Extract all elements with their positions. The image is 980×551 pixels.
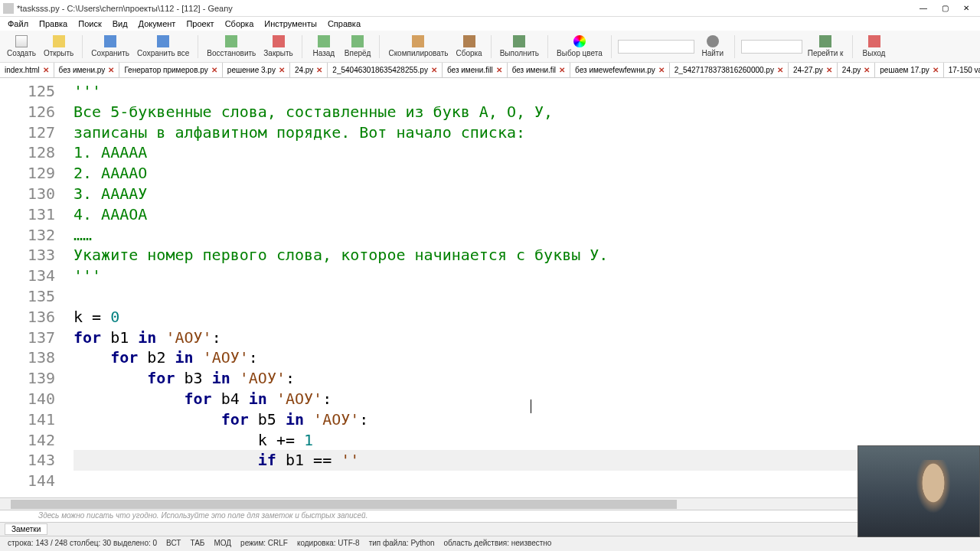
- file-tab[interactable]: без имени.fill✕: [443, 63, 508, 77]
- exit-button[interactable]: Выход: [859, 32, 890, 61]
- reload-button[interactable]: Восстановить: [204, 32, 258, 61]
- menu-file[interactable]: Файл: [3, 19, 33, 28]
- find-button[interactable]: Найти: [697, 32, 728, 61]
- menu-document[interactable]: Документ: [134, 19, 181, 28]
- tab-label: решаем 17.py: [880, 66, 929, 74]
- search-input[interactable]: [618, 40, 694, 54]
- new-button[interactable]: Создать: [5, 32, 38, 61]
- tab-close-icon[interactable]: ✕: [826, 66, 832, 74]
- file-tab[interactable]: 2_540463018635428255.py✕: [328, 63, 443, 77]
- notes-area[interactable]: Здесь можно писать что угодно. Используй…: [0, 510, 980, 522]
- text-cursor: [531, 399, 531, 413]
- file-tab[interactable]: 2_5427178373816260000.py✕: [670, 63, 789, 77]
- tab-close-icon[interactable]: ✕: [496, 66, 502, 74]
- tab-label: без имени.fill: [447, 66, 493, 74]
- tab-label: 24.py: [842, 66, 861, 74]
- tab-label: 24-27.py: [793, 66, 823, 74]
- maximize-button[interactable]: ▢: [934, 2, 956, 15]
- tab-close-icon[interactable]: ✕: [43, 66, 49, 74]
- goto-input[interactable]: [741, 40, 802, 54]
- h-scrollbar[interactable]: [0, 497, 980, 510]
- tab-label: без имени.fil: [512, 66, 556, 74]
- file-tab[interactable]: 24-27.py✕: [789, 63, 838, 77]
- tab-close-icon[interactable]: ✕: [559, 66, 565, 74]
- compile-button[interactable]: Скомпилировать: [386, 32, 450, 61]
- notes-tab[interactable]: Заметки: [5, 523, 47, 535]
- file-tab[interactable]: 17-150 var1.py✕: [944, 63, 980, 77]
- status-scope: область действия: неизвестно: [441, 539, 555, 547]
- title-bar: *tasksss.py - C:\Users\chern\проекты\112…: [0, 0, 980, 17]
- tab-label: 24.py: [295, 66, 313, 74]
- color-button[interactable]: Выбор цвета: [554, 32, 605, 61]
- tab-label: 2_540463018635428255.py: [332, 66, 428, 74]
- file-tab[interactable]: без имени.fil✕: [508, 63, 570, 77]
- minimize-button[interactable]: —: [913, 2, 934, 15]
- code-area[interactable]: ''' Все 5-буквенные слова, составленные …: [66, 78, 980, 497]
- tab-close-icon[interactable]: ✕: [933, 66, 939, 74]
- tab-label: Генератор примеров.py: [124, 66, 207, 74]
- menu-bar: Файл Правка Поиск Вид Документ Проект Сб…: [0, 17, 980, 31]
- window-title: *tasksss.py - C:\Users\chern\проекты\112…: [17, 4, 913, 13]
- status-mode: режим: CRLF: [237, 539, 291, 547]
- file-tab[interactable]: без имени.py✕: [54, 63, 120, 77]
- run-button[interactable]: Выполнить: [498, 32, 541, 61]
- tab-label: без имени.py: [59, 66, 106, 74]
- file-tab[interactable]: 24.py✕: [838, 63, 875, 77]
- toolbar: Создать Открыть Сохранить Сохранить все …: [0, 31, 980, 63]
- file-tab[interactable]: index.html✕: [0, 63, 54, 77]
- tab-label: 2_5427178373816260000.py: [675, 66, 774, 74]
- menu-project[interactable]: Проект: [181, 19, 218, 28]
- file-tab[interactable]: без имеwefewfewни.py✕: [570, 63, 670, 77]
- tab-close-icon[interactable]: ✕: [777, 66, 783, 74]
- file-tab[interactable]: решаем 17.py✕: [875, 63, 943, 77]
- menu-tools[interactable]: Инструменты: [260, 19, 322, 28]
- file-tab[interactable]: решение 3.py✕: [223, 63, 290, 77]
- tab-close-icon[interactable]: ✕: [864, 66, 870, 74]
- tab-bar: index.html✕без имени.py✕Генератор пример…: [0, 63, 980, 78]
- tab-close-icon[interactable]: ✕: [316, 66, 322, 74]
- status-filetype: тип файла: Python: [366, 539, 438, 547]
- status-mod: МОД: [211, 539, 234, 547]
- open-button[interactable]: Открыть: [41, 32, 76, 61]
- forward-button[interactable]: Вперёд: [342, 32, 374, 61]
- tab-close-icon[interactable]: ✕: [279, 66, 285, 74]
- menu-view[interactable]: Вид: [108, 19, 132, 28]
- status-position: строка: 143 / 248 столбец: 30 выделено: …: [5, 539, 160, 547]
- file-tab[interactable]: 24.py✕: [290, 63, 328, 77]
- webcam-overlay: [858, 445, 980, 537]
- status-bar: строка: 143 / 248 столбец: 30 выделено: …: [0, 536, 980, 549]
- tab-label: index.html: [5, 66, 40, 74]
- gutter: 1251261271281291301311321331341351361371…: [0, 78, 66, 497]
- tab-label: решение 3.py: [227, 66, 276, 74]
- save-button[interactable]: Сохранить: [89, 32, 132, 61]
- menu-edit[interactable]: Правка: [34, 19, 72, 28]
- menu-build[interactable]: Сборка: [220, 19, 259, 28]
- tab-label: 17-150 var1.py: [949, 66, 980, 74]
- notes-tab-bar: Заметки: [0, 522, 980, 536]
- close-window-button[interactable]: ✕: [956, 2, 977, 15]
- tab-close-icon[interactable]: ✕: [658, 66, 665, 74]
- status-insert: ВСТ: [163, 539, 184, 547]
- status-tab: ТАБ: [187, 539, 207, 547]
- menu-help[interactable]: Справка: [323, 19, 365, 28]
- tab-close-icon[interactable]: ✕: [108, 66, 114, 74]
- build-button[interactable]: Сборка: [453, 32, 484, 61]
- goto-button[interactable]: Перейти к: [805, 32, 846, 61]
- save-all-button[interactable]: Сохранить все: [135, 32, 191, 61]
- tab-label: без имеwefewfewни.py: [575, 66, 655, 74]
- tab-close-icon[interactable]: ✕: [211, 66, 217, 74]
- app-icon: [3, 3, 14, 14]
- close-button[interactable]: Закрыть: [261, 32, 296, 61]
- status-encoding: кодировка: UTF-8: [294, 539, 363, 547]
- tab-close-icon[interactable]: ✕: [431, 66, 437, 74]
- menu-search[interactable]: Поиск: [74, 19, 106, 28]
- editor[interactable]: 1251261271281291301311321331341351361371…: [0, 78, 980, 497]
- file-tab[interactable]: Генератор примеров.py✕: [119, 63, 222, 77]
- back-button[interactable]: Назад: [309, 32, 339, 61]
